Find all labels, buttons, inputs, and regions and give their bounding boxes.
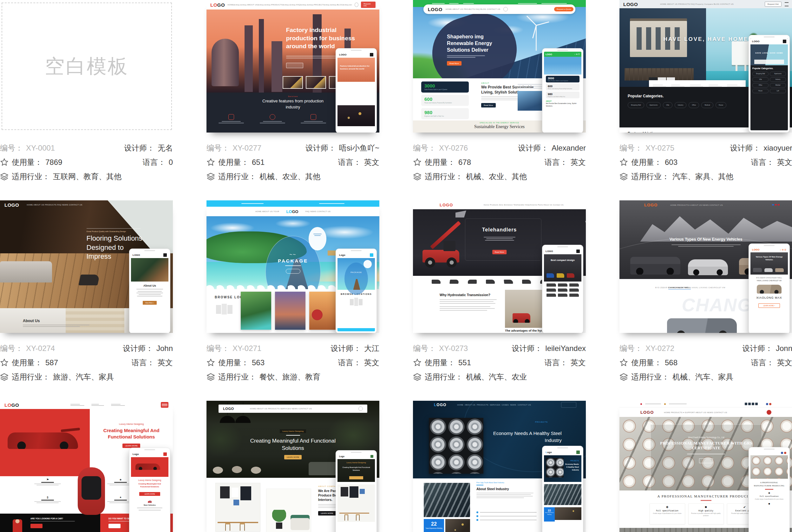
mini-navbar: LOGO HOME ABOUT US PROJECTS FAQ BLOG CON… — [423, 4, 576, 14]
about-button: LEARN MORE — [318, 511, 336, 515]
phone-hero-image: PROJECTS Economy Needs A Healthy Steel I… — [544, 455, 581, 482]
mini-nav: HOME ABOUT US PRODUCTS FAQ Property Comp… — [660, 3, 734, 5]
phone-mockup: Logo PACKAGE BROWSE LOCATIONS — [336, 249, 377, 333]
stats-column: 3000Solar Product Sold in Last 4 Quarter… — [421, 81, 469, 121]
template-thumbnail-realestate[interactable]: LOGO HOME ABOUT US PRODUCTS FAQ Property… — [620, 0, 792, 133]
contact-group — [111, 404, 125, 406]
industries-label: 适用行业： — [12, 372, 50, 382]
mini-hero-title: PROFESSIONAL MANUFACTURER WITH GRS CERTI… — [651, 441, 761, 451]
mini-nav: HOME PRODUCTS ▾ ABOUT US NEWS CONTACT US — [670, 204, 723, 206]
template-thumbnail-vehicles[interactable]: LOGO HOME PRODUCTS ▾ ABOUT US NEWS CONTA… — [620, 201, 792, 333]
template-thumbnail-flooring[interactable]: LOGO HOME ABOUT US PRODUCTS FAQ NEWS CON… — [0, 201, 173, 333]
category-pill: Apartments — [646, 102, 661, 108]
code-value: XY-0275 — [645, 144, 674, 152]
mini-navbar: LOGO HOME ABOUT US PRODUCTS SERVICES NEW… — [219, 404, 367, 413]
mini-hero-title: Creating Meaningful And Functional Solut… — [97, 428, 166, 440]
usage-label: 使用量： — [12, 358, 42, 368]
usage-value: 603 — [665, 158, 678, 167]
industries-label: 适用行业： — [12, 172, 50, 182]
designer-label: 设计师： — [331, 343, 361, 354]
hero-blob: Shapehero imgRenewable EnergySolutions D… — [423, 7, 526, 78]
interior-photo — [215, 483, 260, 532]
layers-icon — [0, 172, 8, 181]
search-icon — [503, 7, 508, 12]
language-flags — [772, 204, 780, 206]
language-label: 语言： — [338, 157, 361, 167]
template-thumbnail-telehandler[interactable]: LOGO Home Products Zero Emission Telehan… — [413, 201, 586, 333]
industries-label: 适用行业： — [218, 172, 256, 182]
star-icon — [413, 358, 421, 367]
shop-now-button — [286, 269, 300, 273]
star-icon — [620, 158, 628, 167]
mini-nav-right: FAQ NEWS CONTACT US — [305, 210, 331, 212]
layers-icon — [207, 172, 215, 181]
red-panel — [0, 409, 90, 476]
template-thumbnail-energy[interactable]: LOGO HOME ABOUT US PROJECTS FAQ BLOG CON… — [413, 0, 586, 133]
template-thumbnail-interior[interactable]: LOGO HOME ABOUT US PRODUCTS SERVICES NEW… — [207, 401, 379, 532]
mini-hero-title: Shapehero imgRenewable EnergySolutions D… — [447, 34, 513, 53]
template-thumbnail-travel[interactable]: HOME ABOUT US TOUR LOGO FAQ NEWS CONTACT… — [207, 201, 379, 333]
social-icons — [745, 403, 758, 405]
phone-photo — [338, 484, 375, 522]
template-thumbnail-textile[interactable]: LOGO HOME PRODUCTS ▾ SUPPORT ABOUT US NE… — [620, 401, 792, 532]
sofa-art — [0, 261, 52, 283]
phone-logo: Logo — [339, 455, 344, 457]
usage-label: 使用量： — [12, 157, 42, 167]
phone-feature-icon: ❖ — [751, 492, 788, 495]
phone-logo: LOGO — [752, 40, 760, 43]
usage-value: 563 — [252, 358, 265, 367]
menu-icon — [576, 249, 580, 253]
menu-icon — [371, 455, 373, 458]
phone-hero-title: Factory industrial production for busine… — [340, 65, 375, 70]
template-thumbnail-steel[interactable]: LOGO HOME ABOUT US PRODUCTS SERVICES CAS… — [413, 401, 586, 532]
mini-nav: HOME PRODUCTS ▾ SUPPORT ABOUT US NEWS CO… — [664, 411, 727, 414]
category-pill: Villa — [663, 102, 672, 108]
star-icon — [207, 358, 215, 367]
steel-flanges-photo — [429, 418, 484, 474]
flag-icon — [781, 452, 783, 454]
template-thumbnail-blank[interactable]: 空白模板 — [0, 0, 173, 133]
about-title: About Us — [23, 319, 90, 323]
category-pill: Medical — [701, 102, 713, 108]
mini-nav: HOME ABOUT US PRODUCTS SERVICES NEWS CON… — [250, 408, 312, 410]
language-label: 语言： — [143, 157, 166, 167]
mini-hero-button: LEARN MORE — [284, 455, 302, 459]
code-label: 编号： — [207, 143, 229, 153]
bullet-list — [476, 511, 537, 523]
package-badge-title: PACKAGE — [266, 258, 320, 264]
usage-label: 使用量： — [631, 157, 662, 167]
phone-cta-button: View More + — [143, 301, 157, 305]
industries-value: 互联网、教育、其他 — [53, 172, 121, 182]
phone-about-title: About Us — [131, 284, 168, 287]
template-card-redcar: LOGO Luxury Interior Designing Creating … — [0, 401, 173, 532]
feature-item — [257, 114, 288, 124]
contact-group — [71, 404, 84, 406]
industries-label: 适用行业： — [425, 372, 463, 382]
villa-dusk-art — [620, 8, 706, 87]
designer-label: 设计师： — [124, 143, 154, 153]
usage-value: 551 — [458, 358, 471, 367]
mini-logo: LOGO — [4, 202, 19, 208]
interior-photo — [266, 489, 311, 532]
mini-topbar — [207, 201, 379, 207]
mini-cta-button — [561, 402, 576, 408]
phone-cta-button: LEARN MORE > — [758, 303, 780, 308]
template-thumbnail-factory[interactable]: LOGO HOME&nbsp;&nbsp;ABOUT US&nbsp;&nbsp… — [207, 0, 379, 133]
designer-label: 设计师： — [512, 343, 542, 354]
language-value: 英文 — [777, 358, 792, 368]
mini-tagline: Luxury Interior Designing — [280, 429, 306, 433]
code-label: 编号： — [413, 143, 436, 153]
usage-value: 7869 — [45, 158, 62, 167]
language-label: 语言： — [751, 358, 774, 368]
mini-logo: LOGO — [4, 402, 19, 408]
phone-mockup: LOGO About Us View More + — [129, 249, 170, 333]
template-card-xy0271: HOME ABOUT US TOUR LOGO FAQ NEWS CONTACT… — [207, 201, 379, 401]
feature-item — [216, 114, 246, 124]
phone-hero-image — [131, 258, 168, 282]
phone-about-label: ABOUT — [544, 99, 581, 102]
mini-hero-title: Telehandlers — [413, 227, 586, 233]
template-thumbnail-redcar[interactable]: LOGO Luxury Interior Designing Creating … — [0, 401, 173, 532]
designer-value: 唔si小鱼吖~ — [339, 143, 379, 153]
phone-feature-icon: ✹ — [751, 502, 788, 506]
mountains-art — [640, 210, 792, 242]
